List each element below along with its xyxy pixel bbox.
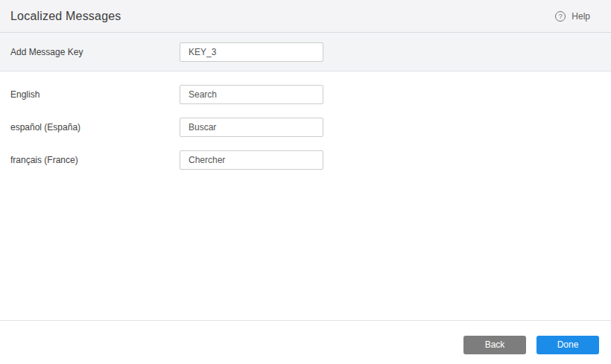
help-button[interactable]: ? Help: [555, 11, 590, 22]
translation-row-french: français (France): [0, 147, 611, 173]
message-key-row: Add Message Key: [0, 39, 323, 65]
back-button[interactable]: Back: [463, 336, 526, 354]
footer-action-bar: Back Done: [0, 320, 611, 364]
translations-section: English español (España) français (Franc…: [0, 71, 611, 173]
page-title: Localized Messages: [10, 10, 121, 23]
language-label-spanish: español (España): [0, 122, 180, 132]
translation-row-spanish: español (España): [0, 114, 611, 140]
message-key-section: Add Message Key: [0, 33, 611, 71]
help-label[interactable]: Help: [572, 11, 590, 22]
translation-row-english: English: [0, 81, 611, 107]
translation-input-english[interactable]: [180, 85, 323, 104]
language-label-english: English: [0, 89, 180, 100]
localized-messages-panel: Localized Messages ? Help Add Message Ke…: [0, 0, 611, 364]
message-key-input[interactable]: [180, 42, 323, 62]
translation-input-spanish[interactable]: [180, 118, 323, 137]
translation-input-french[interactable]: [180, 150, 323, 170]
done-button[interactable]: Done: [536, 336, 599, 354]
header-bar: Localized Messages ? Help: [0, 0, 611, 33]
question-mark-circle-icon[interactable]: ?: [555, 11, 566, 22]
message-key-label: Add Message Key: [0, 47, 180, 57]
language-label-french: français (France): [0, 155, 180, 165]
